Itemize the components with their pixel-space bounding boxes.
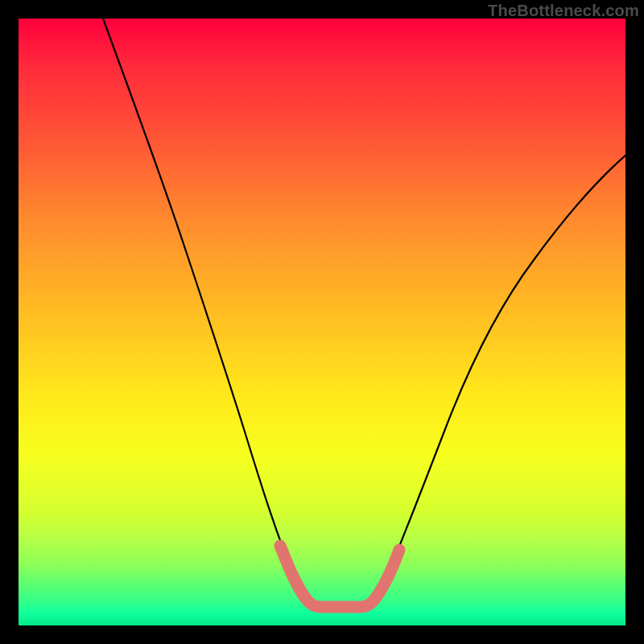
curve-layer xyxy=(19,19,625,625)
black-curve-path xyxy=(103,19,625,606)
pink-highlight-path xyxy=(280,546,399,607)
plot-area xyxy=(19,19,625,625)
chart-frame: TheBottleneck.com xyxy=(0,0,644,644)
watermark-text: TheBottleneck.com xyxy=(488,2,639,20)
